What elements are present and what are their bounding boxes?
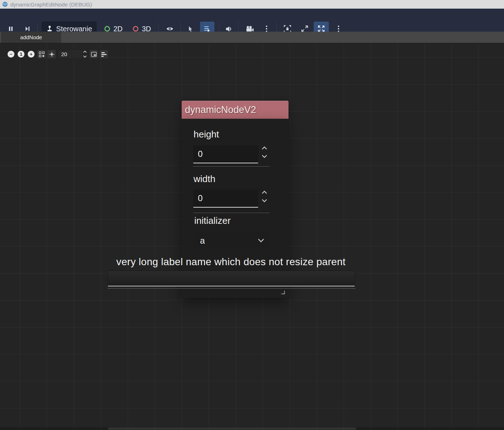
height-spinbox-spinner[interactable] <box>260 146 268 158</box>
field-label-height: height <box>194 129 219 140</box>
initializer-dropdown-value: a <box>200 236 205 246</box>
spin-up-icon <box>83 50 87 53</box>
window-title: dynamicGraphEditNode (DEBUG) <box>10 1 92 8</box>
snap-step-spinner[interactable] <box>82 50 87 59</box>
snap-step-value: 20 <box>61 51 67 57</box>
circle-2d-icon <box>104 26 110 32</box>
debug-toolbar: Sterowanie 2D 3D <box>0 9 504 32</box>
spin-down-icon <box>83 55 87 58</box>
slot-separator <box>193 213 270 213</box>
spin-up-icon <box>261 190 268 194</box>
chevron-down-icon <box>258 238 264 243</box>
width-spinbox[interactable]: 0 <box>193 190 258 208</box>
width-spinbox-value: 0 <box>198 193 203 203</box>
spin-down-icon <box>261 154 268 158</box>
snap-step-spinbox[interactable]: 20 <box>58 49 83 59</box>
tab-bar: addNode <box>0 32 504 43</box>
window-titlebar: dynamicGraphEditNode (DEBUG) <box>0 0 504 9</box>
graph-node-titlebar[interactable]: dynamicNodeV2 <box>182 101 289 119</box>
horizontal-scrollbar-grabber[interactable] <box>108 427 356 430</box>
width-spinbox-spinner[interactable] <box>260 190 268 203</box>
godot-logo-icon <box>2 1 8 7</box>
snap-target-icon <box>49 51 55 57</box>
long-label: very long label name which does not resi… <box>116 256 345 268</box>
arrange-icon <box>101 51 107 57</box>
kebab-menu-icon <box>265 25 268 32</box>
joystick-icon <box>46 25 53 32</box>
height-spinbox[interactable]: 0 <box>193 145 258 163</box>
step-frame-icon <box>24 26 30 32</box>
tab-addnode-label: addNode <box>20 34 42 40</box>
minimap-toggle-button[interactable] <box>89 50 98 59</box>
field-label-width: width <box>194 173 215 185</box>
zoom-in-icon: + <box>30 51 33 57</box>
slot-separator <box>193 166 270 167</box>
snap-grid-toggle-button[interactable] <box>37 50 46 59</box>
zoom-out-icon: − <box>10 51 13 57</box>
node-resize-grip[interactable] <box>280 289 285 295</box>
height-spinbox-value: 0 <box>198 149 203 159</box>
field-label-initializer: initializer <box>194 215 231 226</box>
graph-node-title: dynamicNodeV2 <box>185 104 256 116</box>
zoom-reset-button[interactable]: 1 <box>18 51 24 58</box>
slot-separator <box>108 288 355 289</box>
minimap-icon <box>91 51 97 57</box>
cursor-arrow-icon <box>187 26 194 32</box>
zoom-in-button[interactable]: + <box>28 51 35 58</box>
node-list-select-icon <box>204 25 211 32</box>
movie-camera-icon <box>246 26 254 32</box>
zoom-reset-icon: 1 <box>20 51 22 57</box>
long-text-input[interactable] <box>108 271 355 286</box>
zoom-out-button[interactable]: − <box>8 51 14 58</box>
snap-pixel-toggle-button[interactable] <box>47 50 56 59</box>
spin-down-icon <box>261 199 268 203</box>
tab-addnode[interactable]: addNode <box>1 32 61 43</box>
circle-3d-icon <box>132 26 139 32</box>
pause-icon <box>8 26 14 32</box>
snap-grid-icon <box>39 51 45 57</box>
kebab-menu-icon <box>337 25 340 32</box>
arrange-nodes-button[interactable] <box>99 50 108 59</box>
spin-up-icon <box>261 146 268 150</box>
